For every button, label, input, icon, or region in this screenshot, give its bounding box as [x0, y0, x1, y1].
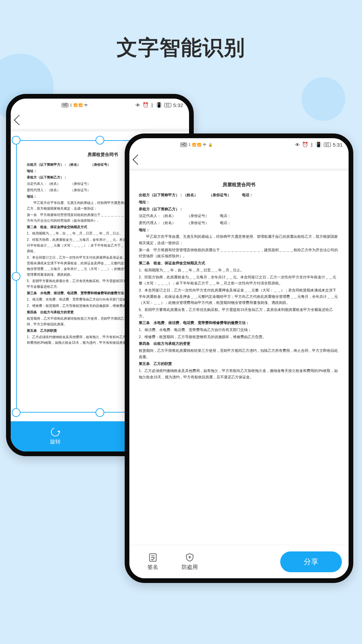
nav-bar — [11, 111, 189, 129]
page-title: 文字智能识别 — [0, 34, 362, 62]
bluetooth-icon: ᛒ — [310, 142, 313, 148]
alarm-icon: ⏰ — [142, 102, 149, 108]
sign-button[interactable]: 签名 — [136, 552, 170, 571]
signal-icon: 📶 — [192, 143, 196, 147]
signal-icon: 📶 — [78, 103, 82, 107]
eye-icon: 👁 — [295, 142, 300, 148]
hd-badge: HD — [62, 103, 68, 107]
rotate-button[interactable]: 旋转 — [11, 421, 100, 451]
phone-result-screen: HD 1 📶 📶 🔒 👁 ⏰ ᛒ 📳 61 5:31 房屋租赁合同书 出租方（以… — [125, 133, 353, 583]
eye-icon: 👁 — [135, 102, 140, 108]
status-bar: HD 1 📶 📶 🔒 👁 ⏰ ᛒ 📳 61 5:31 — [129, 138, 349, 151]
vibrate-icon: 📳 — [315, 142, 322, 148]
crop-handle-top-left[interactable] — [12, 136, 20, 145]
bluetooth-icon: ᛒ — [151, 102, 154, 108]
crop-handle-mid-left[interactable] — [12, 272, 20, 281]
nav-bar — [129, 151, 349, 168]
battery-icon: 61 — [164, 103, 171, 107]
svg-point-1 — [189, 556, 190, 558]
shield-icon — [185, 552, 195, 562]
signal-icon: 📶 — [197, 143, 201, 147]
crop-handle-bottom-left[interactable] — [12, 408, 20, 417]
back-icon[interactable] — [132, 154, 143, 165]
sign-icon — [148, 552, 158, 562]
antitheft-button[interactable]: 防盗用 — [173, 552, 206, 571]
hd-badge: HD — [180, 143, 187, 147]
crop-handle-mid-bottom[interactable] — [96, 408, 104, 417]
status-bar: HD 1 📶 📶 👁 ⏰ ᛒ 📳 61 5:32 — [11, 99, 189, 111]
wifi-icon — [202, 142, 207, 147]
status-time: 5:32 — [173, 102, 183, 108]
bottom-toolbar: 签名 防盗用 分享 — [129, 545, 349, 578]
wifi-icon — [83, 103, 88, 107]
lock-icon: 🔒 — [208, 143, 213, 147]
back-icon[interactable] — [14, 115, 24, 125]
battery-icon: 61 — [324, 143, 331, 147]
vibrate-icon: 📳 — [156, 102, 162, 108]
share-button[interactable]: 分享 — [280, 551, 342, 572]
alarm-icon: ⏰ — [302, 142, 308, 148]
rotate-icon — [49, 426, 61, 438]
document-result: 房屋租赁合同书 出租方（以下简称甲方）：（姓名） （身份证号） 电话： 地址： … — [129, 171, 349, 545]
signal-icon: 📶 — [73, 103, 77, 107]
status-time: 5:31 — [333, 142, 343, 148]
crop-handle-mid-top[interactable] — [96, 136, 104, 145]
